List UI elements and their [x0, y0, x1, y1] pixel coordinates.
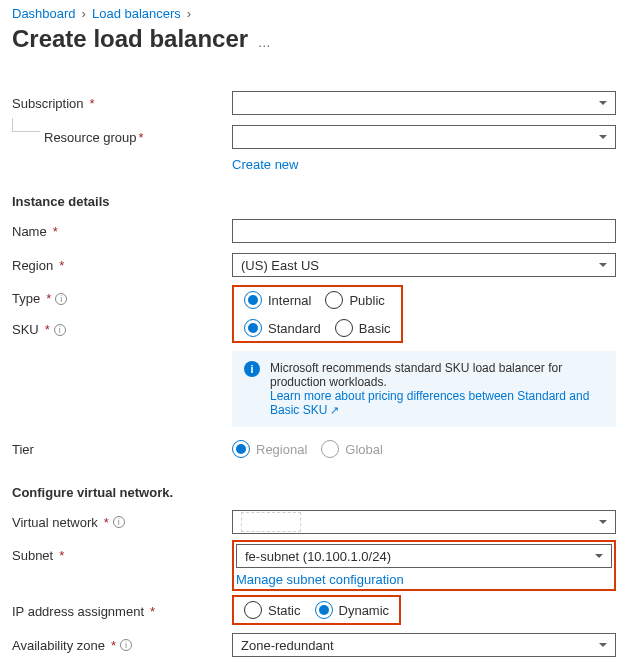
type-internal-radio[interactable]: Internal — [244, 291, 311, 309]
subnet-highlight: fe-subnet (10.100.1.0/24) Manage subnet … — [232, 540, 616, 591]
callout-link[interactable]: Learn more about pricing differences bet… — [270, 389, 589, 417]
breadcrumb-dashboard[interactable]: Dashboard — [12, 6, 76, 21]
create-new-link[interactable]: Create new — [232, 157, 298, 172]
type-label: Type — [12, 291, 40, 306]
resource-group-label: Resource group — [44, 130, 137, 145]
region-select[interactable]: (US) East US — [232, 253, 616, 277]
info-icon[interactable]: i — [55, 293, 67, 305]
info-icon: i — [244, 361, 260, 377]
resource-group-select[interactable] — [232, 125, 616, 149]
required-indicator: * — [90, 96, 95, 111]
configure-vnet-heading: Configure virtual network. — [12, 485, 616, 500]
vnet-label: Virtual network — [12, 515, 98, 530]
manage-subnet-link[interactable]: Manage subnet configuration — [236, 572, 612, 587]
ip-dynamic-radio[interactable]: Dynamic — [315, 601, 390, 619]
subnet-label: Subnet — [12, 548, 53, 563]
ip-assignment-highlight: Static Dynamic — [232, 595, 401, 625]
required-indicator: * — [139, 130, 144, 145]
vnet-select[interactable] — [232, 510, 616, 534]
info-icon[interactable]: i — [113, 516, 125, 528]
subscription-label: Subscription — [12, 96, 84, 111]
info-icon[interactable]: i — [120, 639, 132, 651]
tier-global-radio: Global — [321, 440, 383, 458]
ip-static-radio[interactable]: Static — [244, 601, 301, 619]
breadcrumb: Dashboard › Load balancers › — [12, 0, 616, 21]
instance-details-heading: Instance details — [12, 194, 616, 209]
region-label: Region — [12, 258, 53, 273]
sku-basic-radio[interactable]: Basic — [335, 319, 391, 337]
tier-regional-radio: Regional — [232, 440, 307, 458]
ip-assignment-label: IP address assignment — [12, 604, 144, 619]
breadcrumb-sep: › — [82, 6, 86, 21]
sku-info-callout: i Microsoft recommends standard SKU load… — [232, 351, 616, 427]
sku-standard-radio[interactable]: Standard — [244, 319, 321, 337]
name-input[interactable] — [232, 219, 616, 243]
vnet-placeholder — [241, 512, 301, 532]
tier-label: Tier — [12, 442, 34, 457]
breadcrumb-loadbalancers[interactable]: Load balancers — [92, 6, 181, 21]
subnet-select[interactable]: fe-subnet (10.100.1.0/24) — [236, 544, 612, 568]
info-icon[interactable]: i — [54, 324, 66, 336]
callout-text: Microsoft recommends standard SKU load b… — [270, 361, 604, 389]
availability-zone-select[interactable]: Zone-redundant — [232, 633, 616, 657]
breadcrumb-sep: › — [187, 6, 191, 21]
page-title: Create load balancer — [12, 25, 248, 53]
type-public-radio[interactable]: Public — [325, 291, 384, 309]
sku-label: SKU — [12, 322, 39, 337]
availability-zone-label: Availability zone — [12, 638, 105, 653]
name-label: Name — [12, 224, 47, 239]
more-button[interactable]: … — [258, 35, 271, 50]
type-sku-highlight: Internal Public Standard Basic — [232, 285, 403, 343]
tree-line — [12, 131, 40, 132]
subscription-select[interactable] — [232, 91, 616, 115]
